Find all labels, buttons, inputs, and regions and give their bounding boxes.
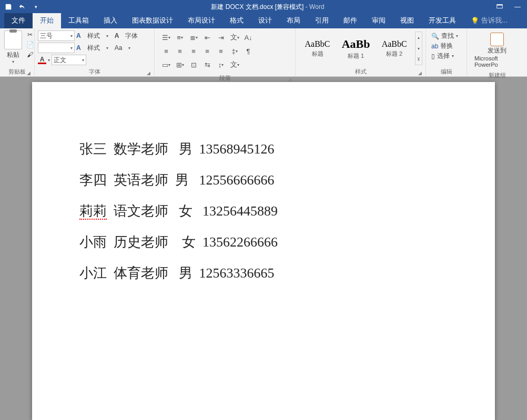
shading-icon[interactable]: ▭▾ — [160, 59, 173, 70]
style-select-combo[interactable]: 正文▾ — [52, 55, 86, 65]
doc-line-4[interactable]: 小江 体育老师 男 12563336665 — [79, 264, 448, 282]
send-to-powerpoint-button[interactable]: 发送到 Microsoft PowerPo — [472, 32, 522, 69]
ribbon-options-icon[interactable] — [495, 3, 504, 11]
tab-home[interactable]: 开始 — [33, 13, 61, 28]
group-clipboard: 粘贴 ▾ ✂ 📄 🖌 剪贴板 ◢ — [0, 28, 35, 76]
font-name-combo[interactable]: ▾ — [38, 43, 75, 53]
select-button[interactable]: ▯ 选择 ▾ — [431, 52, 454, 60]
text-direction-icon[interactable]: 文▾ — [228, 59, 241, 70]
clear-format-icon[interactable]: A — [76, 44, 81, 52]
clear-format-button[interactable]: 样式 — [87, 44, 100, 53]
paste-button[interactable]: 粘贴 ▾ — [2, 29, 24, 65]
tab-review[interactable]: 审阅 — [364, 13, 393, 28]
replace-label: 替换 — [440, 42, 453, 50]
styles-pane-icon[interactable]: A — [76, 32, 81, 39]
quick-access-toolbar: ▾ — [0, 3, 40, 11]
find-button[interactable]: 🔍 查找 ▾ — [431, 32, 458, 40]
scroll-arrow-icon[interactable]: ▴ — [415, 32, 422, 43]
distribute-icon[interactable]: ≡ — [215, 45, 227, 57]
tab-format[interactable]: 格式 — [222, 13, 251, 28]
increase-indent-icon[interactable]: ⇥ — [215, 32, 227, 43]
tab-chart-data[interactable]: 图表数据设计 — [125, 13, 180, 28]
align-right-icon[interactable]: ≡ — [187, 45, 200, 57]
bullet-list-icon[interactable]: ☰▾ — [160, 32, 173, 43]
doc-line-1[interactable]: 李四 英语老师 男 12556666666 — [79, 171, 448, 189]
tab-toolbox[interactable]: 工具箱 — [61, 13, 96, 28]
justify-icon[interactable]: ≡ — [201, 45, 214, 57]
style-card-0[interactable]: AaBbC标题 — [299, 32, 336, 65]
chevron-down-icon[interactable]: ▾ — [48, 58, 50, 63]
multilevel-list-icon[interactable]: ≣▾ — [187, 32, 200, 43]
tab-references[interactable]: 引用 — [308, 13, 336, 28]
chevron-down-icon[interactable]: ▾ — [106, 34, 108, 38]
group-paragraph: ☰▾ ≡▾ ≣▾ ⇤ ⇥ 文▾ A↓ ≡ ≡ ≡ ≡ ≡ ‡▾ ¶ ▭▾ ⊞▾ … — [155, 28, 296, 76]
snap-grid-icon[interactable]: ⊡ — [187, 59, 200, 70]
chevron-down-icon: ▾ — [70, 46, 73, 50]
font-launcher-icon[interactable]: ◢ — [146, 70, 151, 76]
tab-page-layout[interactable]: 布局 — [279, 13, 308, 28]
group-send: 发送到 Microsoft PowerPo 新建组 — [467, 28, 527, 76]
tab-mail[interactable]: 邮件 — [336, 13, 364, 28]
minimize-icon[interactable]: — — [513, 3, 522, 11]
find-label: 查找 — [441, 32, 454, 40]
style-name: 标题 — [312, 50, 323, 58]
chevron-down-icon[interactable]: ▾ — [128, 46, 130, 50]
save-icon[interactable] — [4, 3, 13, 11]
doc-line-3[interactable]: 小雨 历史老师 女 13562266666 — [79, 233, 448, 251]
paste-dropdown-icon[interactable]: ▾ — [12, 59, 14, 64]
change-case-button[interactable]: Aa — [115, 44, 123, 52]
send-label: 发送到 — [488, 46, 506, 55]
title-bar: ▾ 新建 DOCX 文档.docx [兼容模式] - Word — — [0, 0, 527, 14]
group-font-label: 字体 ◢ — [37, 67, 152, 76]
tabs-icon[interactable]: ⇆ — [201, 59, 214, 70]
style-gallery-scroll[interactable]: ▴▾⊻ — [415, 32, 422, 65]
qat-customize-icon[interactable]: ▾ — [32, 3, 40, 11]
style-preview: AaBbC — [382, 39, 407, 49]
ribbon: 粘贴 ▾ ✂ 📄 🖌 剪贴板 ◢ 三号▾ A 样式 ▾ — [0, 28, 527, 77]
show-marks-icon[interactable]: ¶ — [242, 45, 255, 57]
styles-pane-button[interactable]: 样式 — [87, 32, 100, 40]
number-list-icon[interactable]: ≡▾ — [174, 32, 186, 43]
tab-design[interactable]: 设计 — [251, 13, 279, 28]
chevron-down-icon: ▾ — [82, 58, 84, 63]
line-spacing-icon[interactable]: ‡▾ — [228, 45, 241, 57]
tab-view[interactable]: 视图 — [393, 13, 421, 28]
decrease-indent-icon[interactable]: ⇤ — [201, 32, 214, 43]
tab-insert[interactable]: 插入 — [96, 13, 125, 28]
undo-icon[interactable] — [18, 3, 26, 11]
format-painter-icon[interactable]: 🖌 — [26, 50, 34, 59]
styles-launcher-icon[interactable]: ◢ — [417, 70, 422, 76]
font-dialog-icon[interactable]: A — [115, 32, 119, 39]
font-color-icon[interactable]: A — [38, 56, 46, 64]
tab-file[interactable]: 文件 — [4, 13, 33, 28]
tab-tell-me[interactable]: 💡 告诉我... — [463, 13, 515, 28]
document-page[interactable]: 张三 数学老师 男 13568945126李四 英语老师 男 125566666… — [32, 82, 495, 420]
doc-line-0[interactable]: 张三 数学老师 男 13568945126 — [79, 140, 448, 158]
cut-icon[interactable]: ✂ — [26, 30, 34, 39]
style-card-2[interactable]: AaBbC标题 2 — [376, 32, 413, 65]
font-dialog-button[interactable]: 字体 — [125, 32, 138, 40]
align-left-icon[interactable]: ≡ — [160, 45, 173, 57]
scroll-arrow-icon[interactable]: ⊻ — [415, 54, 422, 65]
group-editing: 🔍 查找 ▾ ab 替换 ▯ 选择 ▾ 编辑 — [426, 28, 467, 76]
tab-devtools[interactable]: 开发工具 — [421, 13, 463, 28]
group-styles: AaBbC标题AaBb标题 1AaBbC标题 2▴▾⊻ 样式 ◢ — [296, 28, 426, 76]
chevron-down-icon[interactable]: ▾ — [106, 46, 108, 50]
scroll-arrow-icon[interactable]: ▾ — [415, 43, 422, 54]
asian-layout-icon[interactable]: 文▾ — [228, 32, 241, 43]
spell-error[interactable]: 莉莉 — [79, 203, 107, 220]
clipboard-launcher-icon[interactable]: ◢ — [26, 70, 31, 76]
copy-icon[interactable]: 📄 — [26, 40, 34, 49]
document-body[interactable]: 张三 数学老师 男 13568945126李四 英语老师 男 125566666… — [79, 140, 448, 282]
replace-button[interactable]: ab 替换 — [431, 42, 453, 50]
doc-line-2[interactable]: 莉莉 语文老师 女 13256445889 — [79, 202, 448, 220]
tab-layout-design[interactable]: 布局设计 — [180, 13, 222, 28]
paragraph-launcher-icon[interactable]: ◢ — [287, 77, 292, 82]
paragraph-spacing-icon[interactable]: ↕▾ — [215, 59, 227, 70]
align-center-icon[interactable]: ≡ — [174, 45, 186, 57]
sort-icon[interactable]: A↓ — [242, 32, 255, 43]
replace-icon: ab — [431, 43, 438, 50]
font-size-combo[interactable]: 三号▾ — [38, 30, 75, 41]
style-card-1[interactable]: AaBb标题 1 — [337, 32, 374, 65]
borders-icon[interactable]: ⊞▾ — [174, 59, 186, 70]
